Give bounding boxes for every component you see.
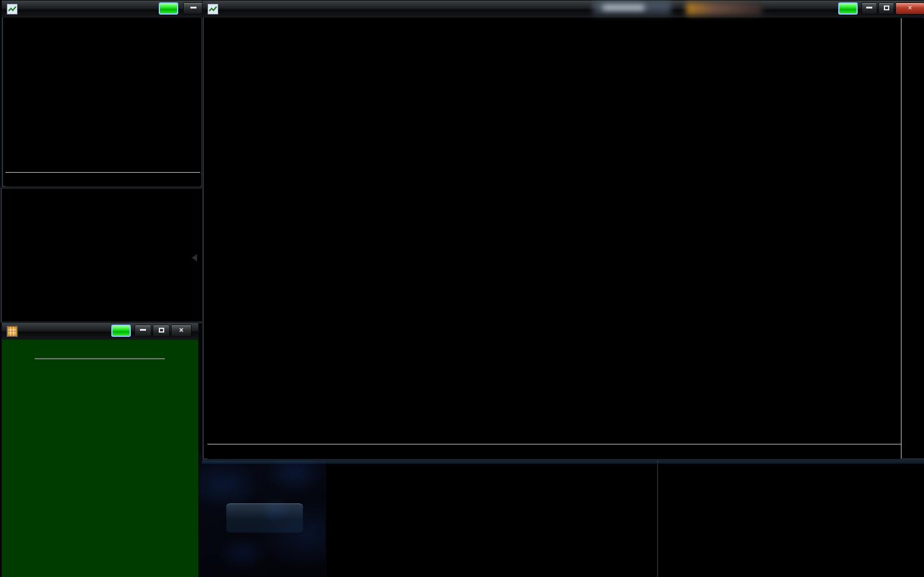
- maximize-button[interactable]: [153, 325, 170, 337]
- link-button[interactable]: [838, 2, 858, 15]
- close-button[interactable]: ×: [895, 2, 924, 15]
- minimize-button[interactable]: [183, 2, 203, 15]
- window-chart-2min: [0, 187, 204, 323]
- chart-icon: [207, 4, 218, 15]
- close-button[interactable]: ×: [171, 325, 192, 337]
- scroll-left-icon[interactable]: [192, 254, 197, 261]
- chart-icon: [7, 4, 18, 15]
- dom-body: [2, 340, 198, 577]
- desktop-wallpaper: [198, 455, 327, 577]
- link-button[interactable]: [111, 325, 131, 337]
- titlebar[interactable]: [203, 1, 924, 18]
- window-dom: ×: [1, 322, 199, 577]
- window-chart-60min: [325, 460, 658, 577]
- minimize-button[interactable]: [134, 325, 151, 337]
- link-button[interactable]: [159, 2, 178, 15]
- chart-60min-canvas[interactable]: [327, 463, 612, 569]
- desktop: × ×: [0, 0, 924, 577]
- minimize-button[interactable]: [861, 2, 877, 15]
- chart-2min-canvas[interactable]: [2, 194, 203, 323]
- clock-gadget[interactable]: [226, 503, 303, 533]
- dom-ladder: [35, 358, 165, 359]
- time-axis[interactable]: [207, 444, 901, 459]
- chart-3min-canvas[interactable]: [5, 18, 200, 172]
- maximize-button[interactable]: [878, 2, 894, 15]
- window-chart-3min: [1, 0, 203, 188]
- price-axis[interactable]: [901, 18, 924, 458]
- dom-grid-icon: [7, 326, 18, 337]
- chart-5min-canvas[interactable]: [207, 18, 901, 444]
- time-axis[interactable]: [5, 172, 200, 187]
- window-chart-5min: ×: [202, 0, 924, 460]
- window-chart-15min: [657, 460, 924, 577]
- chart-15min-canvas[interactable]: [659, 463, 909, 569]
